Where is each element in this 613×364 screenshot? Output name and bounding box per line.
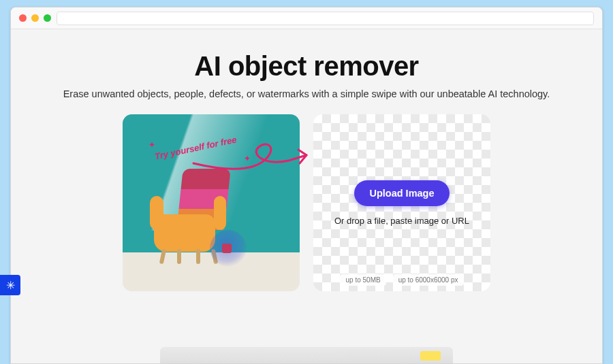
hero-row: ✦ Try yourself for free ✦ Upload Image O… — [11, 114, 602, 291]
bottom-carousel-peek — [160, 347, 453, 364]
upload-image-button[interactable]: Upload Image — [354, 180, 449, 206]
window-close-button[interactable] — [19, 14, 27, 22]
window-minimize-button[interactable] — [31, 14, 39, 22]
address-bar[interactable] — [57, 12, 594, 25]
browser-window: AI object remover Erase unwanted objects… — [10, 7, 603, 364]
upload-dropzone[interactable]: Upload Image Or drop a file, paste image… — [313, 114, 490, 291]
upload-limits: up to 50MB up to 6000x6000 px — [340, 274, 463, 286]
limit-resolution: up to 6000x6000 px — [393, 274, 464, 286]
page-content: AI object remover Erase unwanted objects… — [11, 29, 602, 363]
window-maximize-button[interactable] — [44, 14, 51, 22]
titlebar — [11, 7, 602, 29]
erase-brush-cursor — [210, 230, 247, 267]
example-image — [123, 114, 300, 291]
settings-side-button[interactable]: ✳ — [0, 275, 20, 295]
page-subtitle: Erase unwanted objects, people, defects,… — [11, 88, 602, 99]
upload-hint: Or drop a file, paste image or URL — [334, 216, 469, 226]
gear-icon: ✳ — [6, 279, 15, 292]
page-title: AI object remover — [11, 51, 602, 82]
window-controls — [19, 14, 51, 22]
limit-size: up to 50MB — [340, 274, 386, 286]
